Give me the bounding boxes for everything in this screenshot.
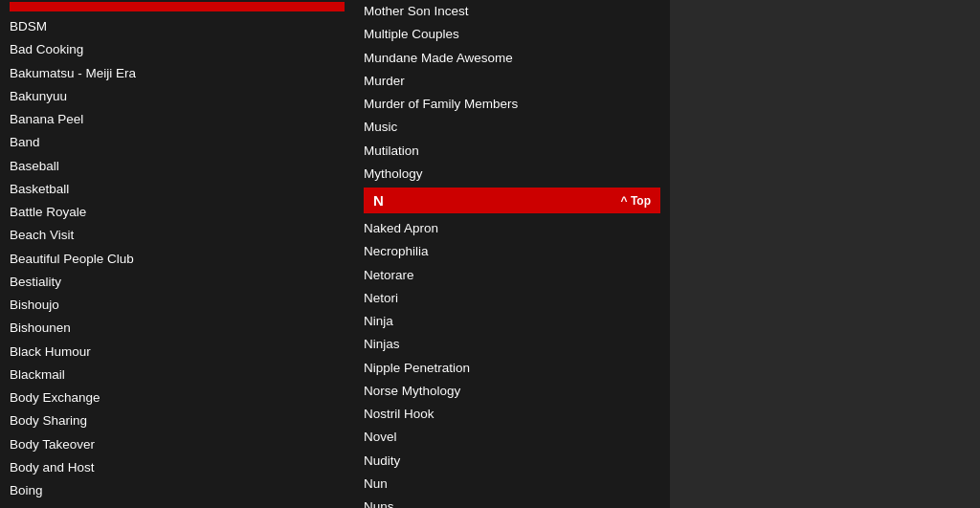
list-item[interactable]: Bad Cooking — [10, 38, 345, 61]
list-item[interactable]: Body Sharing — [10, 409, 345, 432]
list-item[interactable]: Boing — [10, 479, 345, 502]
section-header-n: N^ Top — [364, 188, 660, 213]
section-header-b — [10, 2, 345, 11]
list-item[interactable]: Murder of Family Members — [364, 93, 660, 116]
section-letter: N — [373, 192, 384, 209]
left-column: BDSMBad CookingBakumatsu - Meiji EraBaku… — [0, 0, 354, 508]
list-item[interactable]: Bakumatsu - Meiji Era — [10, 62, 345, 85]
list-item[interactable]: Novel — [364, 426, 660, 449]
list-item[interactable]: Nostril Hook — [364, 403, 660, 426]
list-item[interactable]: BDSM — [10, 15, 345, 38]
list-item[interactable]: Basketball — [10, 178, 345, 201]
list-item[interactable]: Bishounen — [10, 317, 345, 340]
list-item[interactable]: Necrophilia — [364, 240, 660, 263]
list-item[interactable]: Body and Host — [10, 456, 345, 479]
list-item[interactable]: Norse Mythology — [364, 380, 660, 403]
tag-list: Naked ApronNecrophiliaNetorareNetoriNinj… — [364, 217, 660, 508]
list-item[interactable]: Body Exchange — [10, 387, 345, 409]
list-item[interactable]: Banana Peel — [10, 108, 345, 131]
list-item[interactable]: Nuns — [364, 496, 660, 508]
list-item[interactable]: Nun — [364, 473, 660, 496]
list-item[interactable]: Battle Royale — [10, 201, 345, 224]
list-item[interactable]: Black Humour — [10, 341, 345, 364]
list-item[interactable]: Mythology — [364, 163, 660, 186]
list-item[interactable]: Mundane Made Awesome — [364, 47, 660, 70]
list-item[interactable]: Mutilation — [364, 140, 660, 163]
list-item[interactable]: Band — [10, 131, 345, 154]
top-link[interactable]: ^ Top — [621, 194, 651, 208]
list-item[interactable]: Bakunyuu — [10, 85, 345, 108]
list-item[interactable]: Baseball — [10, 155, 345, 178]
list-item[interactable]: Music — [364, 116, 660, 139]
list-item[interactable]: Nudity — [364, 450, 660, 473]
right-column: Mother Son IncestMultiple CouplesMundane… — [354, 0, 670, 508]
list-item[interactable]: Blackmail — [10, 364, 345, 387]
list-item[interactable]: Multiple Couples — [364, 23, 660, 46]
list-item[interactable]: Bondage — [10, 502, 345, 508]
list-item[interactable]: Ninjas — [364, 333, 660, 356]
far-right-panel — [670, 0, 980, 508]
list-item[interactable]: Bestiality — [10, 271, 345, 294]
list-item[interactable]: Naked Apron — [364, 217, 660, 240]
list-item[interactable]: Bishoujo — [10, 294, 345, 317]
list-item[interactable]: Mother Son Incest — [364, 0, 660, 23]
list-item[interactable]: Beautiful People Club — [10, 248, 345, 271]
list-item[interactable]: Nipple Penetration — [364, 357, 660, 380]
list-item[interactable]: Netori — [364, 287, 660, 310]
list-item[interactable]: Netorare — [364, 264, 660, 287]
list-item[interactable]: Murder — [364, 70, 660, 93]
list-item[interactable]: Body Takeover — [10, 433, 345, 456]
tag-list: Mother Son IncestMultiple CouplesMundane… — [364, 0, 660, 186]
page-container: BDSMBad CookingBakumatsu - Meiji EraBaku… — [0, 0, 980, 508]
list-item[interactable]: Ninja — [364, 310, 660, 333]
list-item[interactable]: Beach Visit — [10, 224, 345, 247]
b-tag-list: BDSMBad CookingBakumatsu - Meiji EraBaku… — [10, 15, 345, 508]
